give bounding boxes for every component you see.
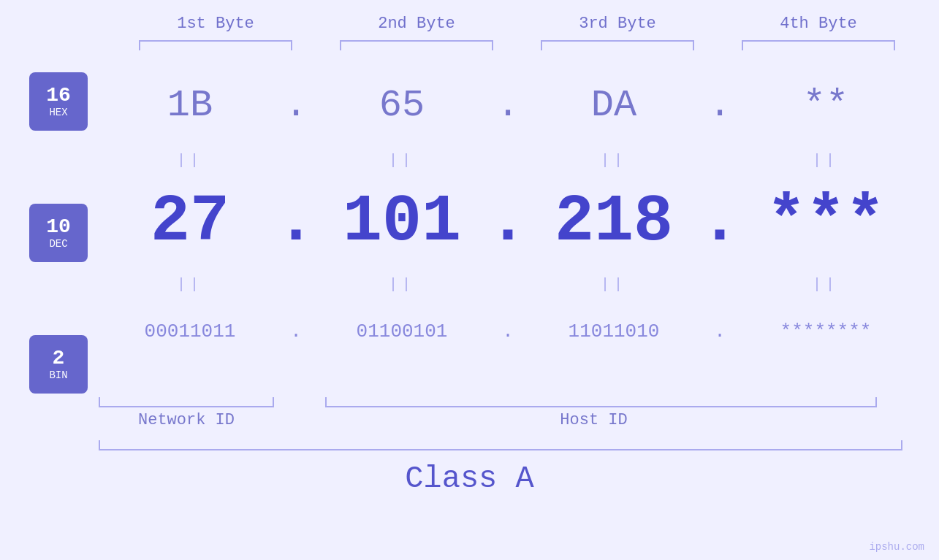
dec-row: 27 . 101 . 218 . ***	[102, 174, 939, 269]
equals-1-3: ||	[526, 152, 702, 169]
bin-dot-2: .	[490, 321, 526, 342]
bin-cell-1: 00011011	[102, 321, 278, 342]
hex-cell-4: **	[738, 84, 913, 127]
dec-dot-1: .	[278, 185, 314, 259]
bracket-overall	[99, 440, 902, 450]
bottom-section: Network ID Host ID Class A	[0, 397, 939, 496]
badge-dec: 10 DEC	[29, 204, 88, 262]
host-id-label: Host ID	[318, 411, 870, 429]
bottom-brackets-row	[99, 397, 902, 407]
watermark: ipshu.com	[869, 541, 924, 553]
dec-cell-4: ***	[738, 185, 913, 259]
equals-2-4: ||	[738, 276, 913, 293]
byte-labels-row: 1st Byte 2nd Byte 3rd Byte 4th Byte	[115, 15, 919, 33]
bin-dot-3: .	[702, 321, 738, 342]
dec-dot-3: .	[702, 185, 738, 259]
equals-1-4: ||	[738, 152, 913, 169]
badge-hex: 16 HEX	[29, 72, 88, 131]
dec-cell-3: 218	[526, 185, 702, 259]
equals-row-1: || || || ||	[102, 145, 939, 174]
network-id-label: Network ID	[99, 411, 274, 429]
hex-dot-2: .	[490, 84, 526, 127]
data-columns: 1B . 65 . DA . **	[102, 65, 939, 394]
dec-dot-2: .	[490, 185, 526, 259]
bin-cell-4: ********	[738, 321, 913, 342]
dec-cell-2: 101	[314, 185, 490, 259]
equals-2-1: ||	[102, 276, 278, 293]
hex-row: 1B . 65 . DA . **	[102, 65, 939, 145]
hex-cell-1: 1B	[102, 84, 278, 127]
bracket-bottom-host	[325, 397, 877, 407]
bracket-top-2	[340, 40, 493, 50]
bracket-bottom-network	[99, 397, 274, 407]
hex-cell-2: 65	[314, 84, 490, 127]
bracket-top-1	[139, 40, 292, 50]
bin-cell-2: 01100101	[314, 321, 490, 342]
bracket-top-3	[541, 40, 694, 50]
dec-cell-1: 27	[102, 185, 278, 259]
byte-label-3: 3rd Byte	[530, 15, 705, 33]
main-container: 1st Byte 2nd Byte 3rd Byte 4th Byte 16 H…	[0, 0, 939, 560]
badge-bin: 2 BIN	[29, 335, 88, 394]
hex-dot-1: .	[278, 84, 314, 127]
bin-dot-1: .	[278, 321, 314, 342]
top-brackets-row	[115, 40, 919, 50]
equals-1-2: ||	[314, 152, 490, 169]
equals-1-1: ||	[102, 152, 278, 169]
byte-label-4: 4th Byte	[731, 15, 906, 33]
equals-row-2: || || || ||	[102, 269, 939, 299]
hex-dot-3: .	[702, 84, 738, 127]
overall-bracket-row	[99, 440, 902, 450]
badge-column: 16 HEX 10 DEC 2 BIN	[0, 65, 102, 394]
bin-cell-3: 11011010	[526, 321, 702, 342]
class-label: Class A	[0, 461, 939, 496]
bin-row: 00011011 . 01100101 . 11011010 .	[102, 299, 939, 364]
byte-label-2: 2nd Byte	[329, 15, 504, 33]
equals-2-2: ||	[314, 276, 490, 293]
id-labels-row: Network ID Host ID	[99, 411, 902, 429]
content-area: 16 HEX 10 DEC 2 BIN 1B .	[0, 65, 939, 394]
bracket-top-4	[742, 40, 895, 50]
equals-2-3: ||	[526, 276, 702, 293]
hex-cell-3: DA	[526, 84, 702, 127]
byte-label-1: 1st Byte	[128, 15, 303, 33]
